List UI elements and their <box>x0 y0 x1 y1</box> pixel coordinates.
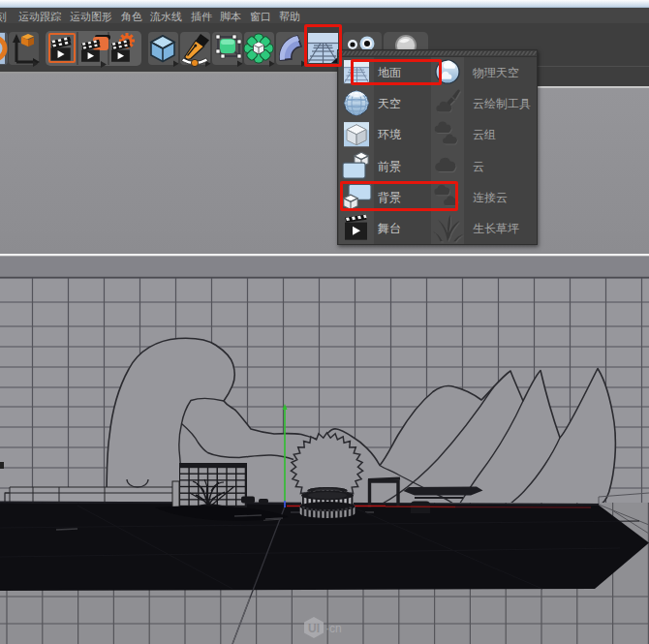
svg-text:前景: 前景 <box>378 160 401 173</box>
svg-text:云绘制工具: 云绘制工具 <box>473 97 531 110</box>
svg-text:舞台: 舞台 <box>378 222 401 235</box>
svg-text:生长草坪: 生长草坪 <box>473 222 519 235</box>
svg-text:连接云: 连接云 <box>473 191 508 204</box>
svg-text:云: 云 <box>473 160 484 173</box>
svg-text:·cn: ·cn <box>325 622 342 635</box>
svg-text:天空: 天空 <box>378 97 401 110</box>
svg-text:环境: 环境 <box>377 128 401 141</box>
svg-text:云组: 云组 <box>473 128 496 141</box>
svg-text:物理天空: 物理天空 <box>472 66 519 79</box>
svg-text:UI: UI <box>308 622 320 635</box>
